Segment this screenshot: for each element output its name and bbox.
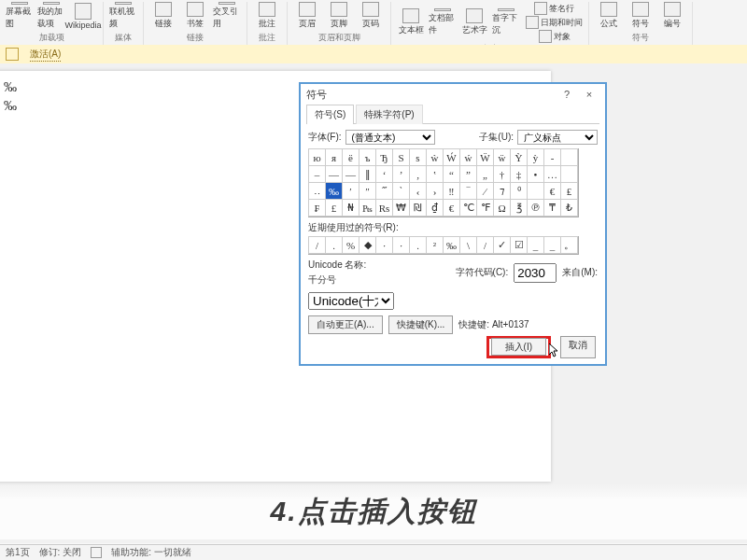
ribbon-button[interactable]: 我的加载项 (37, 2, 65, 30)
symbol-cell[interactable]: ‥ (308, 182, 326, 200)
symbol-cell[interactable]: Ω (493, 199, 511, 217)
symbol-cell[interactable]: Ẅ (476, 148, 494, 166)
symbol-cell[interactable]: Ђ (375, 148, 393, 166)
recent-symbol-cell[interactable]: / (308, 236, 326, 254)
symbol-cell[interactable]: - (543, 148, 561, 166)
symbol-cell[interactable]: ‾ (459, 182, 477, 200)
symbol-cell[interactable]: ₦ (342, 199, 359, 217)
status-track[interactable]: 修订: 关闭 (39, 546, 82, 559)
recent-symbol-cell[interactable]: ◆ (359, 236, 376, 254)
symbol-cell[interactable]: ₩ (392, 199, 410, 217)
status-page[interactable]: 第1页 (6, 546, 30, 559)
ribbon-button[interactable]: 页码 (357, 2, 385, 30)
ribbon-button[interactable]: 文档部件 (429, 8, 457, 36)
cancel-button[interactable]: 取消 (560, 336, 596, 358)
symbol-cell[interactable]: € (543, 182, 561, 200)
recent-symbol-cell[interactable]: · (392, 236, 410, 254)
symbol-cell[interactable]: ₤ (560, 182, 578, 200)
font-select[interactable]: (普通文本) (345, 130, 435, 145)
symbol-cell[interactable]: ‛ (426, 165, 444, 183)
recent-symbol-cell[interactable]: ² (426, 236, 444, 254)
recent-symbol-cell[interactable]: ✓ (493, 236, 511, 254)
ribbon-button[interactable]: 文本框 (397, 8, 425, 36)
recent-symbol-cell[interactable]: _ (527, 236, 544, 254)
recent-symbol-cell[interactable]: 。 (560, 236, 578, 254)
ribbon-button[interactable]: 屏幕截图 (6, 2, 34, 30)
symbol-cell[interactable]: ‹ (409, 182, 427, 200)
ribbon-button[interactable]: 符号 (627, 2, 655, 30)
ribbon-button[interactable]: 交叉引用 (213, 2, 241, 30)
symbol-cell[interactable]: ‼ (443, 182, 460, 200)
ribbon-button[interactable]: 页眉 (293, 2, 321, 30)
symbol-cell[interactable]: ’ (392, 165, 410, 183)
ribbon-button[interactable]: 编号 (658, 2, 686, 30)
dialog-titlebar[interactable]: 符号 ? × (301, 84, 605, 105)
symbol-cell[interactable]: ₧ (359, 199, 376, 217)
recent-symbol-cell[interactable]: % (342, 236, 359, 254)
symbol-cell[interactable]: £ (325, 199, 343, 217)
symbol-cell[interactable]: ‖ (359, 165, 376, 183)
symbol-cell[interactable] (560, 148, 578, 166)
recent-symbol-cell[interactable]: . (325, 236, 343, 254)
symbol-cell[interactable]: ₣ (308, 199, 326, 217)
symbol-cell[interactable]: ₺ (560, 199, 578, 217)
ribbon-button[interactable]: 签名行 (526, 2, 583, 15)
symbol-cell[interactable]: ℃ (459, 199, 477, 217)
symbol-cell[interactable]: € (443, 199, 460, 217)
symbol-cell[interactable]: ‚ (409, 165, 427, 183)
subset-select[interactable]: 广义标点 (517, 130, 598, 145)
insert-button[interactable]: 插入(I) (491, 338, 546, 356)
symbol-cell[interactable]: ‘ (375, 165, 393, 183)
symbol-cell[interactable]: ‡ (510, 165, 528, 183)
symbol-cell[interactable]: ъ (359, 148, 376, 166)
symbol-cell[interactable]: † (493, 165, 511, 183)
symbol-cell[interactable]: … (543, 165, 561, 183)
dialog-close-button[interactable]: × (579, 86, 599, 103)
ribbon-button[interactable]: 公式 (595, 2, 623, 30)
recent-symbol-cell[interactable]: ‰ (443, 236, 460, 254)
autocorrect-button[interactable]: 自动更正(A)... (308, 315, 383, 334)
activate-link[interactable]: 激活(A) (30, 48, 61, 62)
symbol-cell[interactable]: ⁊ (493, 182, 511, 200)
shortcut-button[interactable]: 快捷键(K)... (388, 315, 454, 334)
ribbon-button[interactable]: 联机视频 (109, 2, 137, 30)
symbol-cell[interactable]: ẅ (493, 148, 511, 166)
symbol-cell[interactable]: ⁰ (510, 182, 528, 200)
symbol-cell[interactable]: ѕ (409, 148, 427, 166)
symbol-cell[interactable]: ℉ (476, 199, 494, 217)
symbol-cell[interactable]: ẃ (459, 148, 477, 166)
charcode-input[interactable] (514, 263, 557, 283)
ribbon-button[interactable]: 批注 (253, 2, 281, 30)
symbol-cell[interactable]: ю (308, 148, 326, 166)
symbol-cell[interactable]: – (308, 165, 326, 183)
symbol-cell[interactable]: ₪ (409, 199, 427, 217)
recent-symbol-cell[interactable]: · (375, 236, 393, 254)
symbol-cell[interactable]: ″ (359, 182, 376, 200)
symbol-cell[interactable]: › (426, 182, 444, 200)
symbol-cell[interactable]: Ỳ (510, 148, 528, 166)
recent-grid[interactable]: /.%◆··.²‰\/✓☑__。 (308, 236, 579, 255)
symbol-cell[interactable] (560, 165, 578, 183)
dialog-help-button[interactable]: ? (557, 86, 577, 103)
ribbon-button[interactable]: 页脚 (325, 2, 353, 30)
symbol-grid[interactable]: юяёъЂЅѕẁẂẃẄẅỲỳ-–—―‖‘’‚‛“”„†‡•…‥‰′″‴‵‹›‼‾… (308, 148, 579, 217)
recent-symbol-cell[interactable]: _ (543, 236, 561, 254)
symbol-cell[interactable]: ё (342, 148, 359, 166)
symbol-cell[interactable]: ‴ (375, 182, 393, 200)
ime-icon[interactable] (91, 547, 102, 558)
ribbon-button[interactable]: 艺术字 (460, 8, 488, 36)
symbol-cell[interactable]: ‵ (392, 182, 410, 200)
symbol-cell[interactable]: Rs (375, 199, 393, 217)
recent-symbol-cell[interactable]: ☑ (510, 236, 528, 254)
status-access[interactable]: 辅助功能: 一切就绪 (111, 546, 191, 559)
symbol-cell[interactable]: • (527, 165, 544, 183)
symbol-cell[interactable] (527, 182, 544, 200)
ribbon-button[interactable]: 对象 (526, 30, 583, 43)
symbol-cell[interactable]: “ (443, 165, 460, 183)
symbol-cell[interactable]: ỳ (527, 148, 544, 166)
ribbon-button[interactable]: 首字下沉 (492, 8, 520, 36)
symbol-cell[interactable]: я (325, 148, 343, 166)
symbol-cell[interactable]: ℥ (510, 199, 528, 217)
symbol-cell[interactable]: ‰ (325, 182, 343, 200)
symbol-cell[interactable]: ′ (342, 182, 359, 200)
